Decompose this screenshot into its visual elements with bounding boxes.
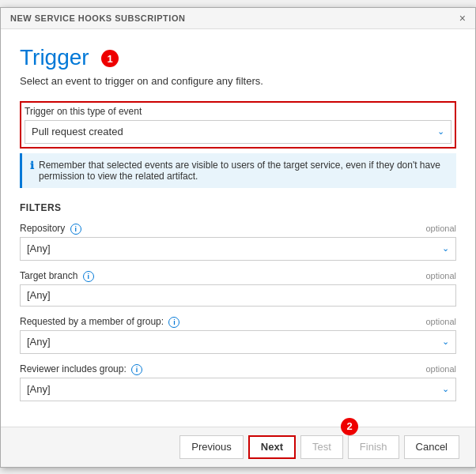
previous-button[interactable]: Previous	[179, 435, 244, 459]
step1-badge: 1	[101, 50, 119, 67]
info-icon: ℹ	[30, 160, 34, 171]
filter-reviewer-label: Reviewer includes group: i	[20, 363, 142, 375]
filter-branch-info-icon[interactable]: i	[83, 271, 94, 282]
trigger-label: Trigger on this type of event	[25, 106, 142, 117]
filter-repo-chevron: ⌄	[442, 243, 449, 254]
filter-requested-info-icon[interactable]: i	[168, 317, 179, 328]
filter-requested-select[interactable]: [Any] ⌄	[20, 330, 456, 354]
filter-requested-by: Requested by a member of group: i option…	[20, 316, 456, 354]
filter-branch-optional: optional	[425, 271, 456, 280]
filter-repo-optional: optional	[425, 224, 456, 233]
close-button[interactable]: ×	[459, 13, 466, 24]
cancel-button[interactable]: Cancel	[404, 435, 459, 459]
trigger-field-bordered: Trigger on this type of event Pull reque…	[20, 101, 456, 149]
dialog-titlebar: NEW SERVICE HOOKS SUBSCRIPTION ×	[1, 8, 475, 29]
trigger-chevron: ⌄	[437, 126, 444, 137]
filter-repo-value: [Any]	[27, 243, 51, 254]
trigger-select[interactable]: Pull request created ⌄	[25, 120, 451, 144]
filter-requested-label: Requested by a member of group: i	[20, 316, 179, 328]
filter-requested-optional: optional	[425, 317, 456, 326]
filter-reviewer: Reviewer includes group: i optional [Any…	[20, 363, 456, 401]
filter-target-branch: Target branch i optional	[20, 270, 456, 307]
page-title: Trigger 1	[20, 45, 456, 70]
filter-reviewer-select[interactable]: [Any] ⌄	[20, 378, 456, 401]
info-box: ℹ Remember that selected events are visi…	[20, 153, 456, 188]
filter-requested-value: [Any]	[27, 336, 51, 348]
dialog-title: NEW SERVICE HOOKS SUBSCRIPTION	[10, 13, 185, 23]
filter-branch-label: Target branch i	[20, 270, 94, 282]
filter-reviewer-value: [Any]	[27, 383, 51, 395]
filter-repo-select[interactable]: [Any] ⌄	[20, 237, 456, 261]
filter-reviewer-info-icon[interactable]: i	[131, 364, 142, 375]
test-button[interactable]: Test	[300, 435, 343, 459]
dialog-footer: 2 Previous Next Test Finish Cancel	[1, 427, 475, 467]
filters-heading: FILTERS	[20, 202, 456, 213]
dialog-body: Trigger 1 Select an event to trigger on …	[1, 29, 475, 427]
dialog: NEW SERVICE HOOKS SUBSCRIPTION × Trigger…	[0, 7, 476, 468]
page-subtitle: Select an event to trigger on and config…	[20, 75, 456, 87]
filter-reviewer-optional: optional	[425, 364, 456, 374]
filter-repo-label: Repository i	[20, 223, 81, 235]
filter-reviewer-chevron: ⌄	[442, 384, 449, 394]
finish-button[interactable]: Finish	[348, 435, 399, 459]
trigger-label-row: Trigger on this type of event	[25, 106, 451, 117]
info-text: Remember that selected events are visibl…	[39, 160, 448, 182]
next-button[interactable]: Next	[248, 435, 296, 459]
filter-repository: Repository i optional [Any] ⌄	[20, 223, 456, 261]
filter-requested-chevron: ⌄	[442, 337, 449, 347]
step2-badge: 2	[341, 418, 358, 435]
filter-repo-info-icon[interactable]: i	[70, 224, 81, 235]
trigger-value: Pull request created	[32, 126, 123, 137]
filter-branch-input[interactable]	[20, 284, 456, 307]
